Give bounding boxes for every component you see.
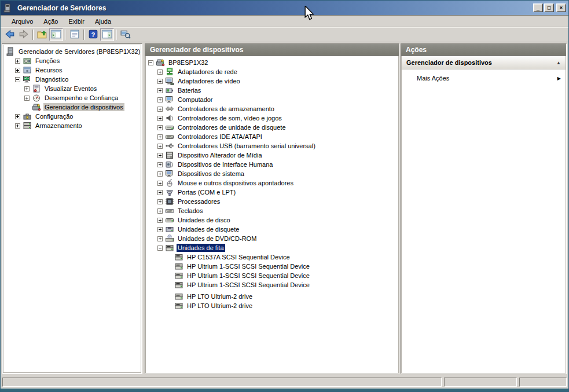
device-tree-label[interactable]: Controladores de som, vídeo e jogos (177, 114, 283, 122)
export-list-button[interactable] (68, 28, 82, 41)
expand-plus-toggle[interactable] (15, 114, 20, 119)
expand-plus-toggle[interactable] (157, 190, 163, 195)
device-tree-item[interactable]: HP Ultrium 1-SCSI SCSI Sequential Device (146, 271, 398, 280)
console-tree-item[interactable]: Diagnóstico (3, 75, 141, 84)
device-tree-label[interactable]: Unidades de disco (177, 216, 232, 224)
console-tree-label[interactable]: Desempenho e Confiança (43, 94, 119, 102)
expand-plus-toggle[interactable] (24, 86, 30, 91)
console-tree-label[interactable]: Visualizar Eventos (43, 85, 98, 93)
device-tree-label[interactable]: BP8ESP1X32 (167, 58, 210, 67)
device-tree-label[interactable]: Unidades de DVD/CD-ROM (177, 235, 258, 243)
device-tree-item[interactable]: Controladores de unidade de disquete (146, 123, 398, 132)
expand-plus-toggle[interactable] (157, 171, 163, 177)
device-tree-label[interactable]: Portas (COM e LPT) (177, 188, 237, 196)
show-action-pane-button[interactable] (100, 28, 114, 41)
console-tree-item[interactable]: Configuração (3, 112, 141, 121)
device-tree-label[interactable]: Controladores de unidade de disquete (177, 123, 287, 131)
expand-plus-toggle[interactable] (157, 107, 163, 112)
console-tree-item[interactable]: Recursos (3, 65, 141, 75)
collapse-minus-toggle[interactable] (15, 77, 20, 82)
device-tree-item[interactable]: Controladores IDE ATA/ATAPI (146, 132, 398, 141)
expand-plus-toggle[interactable] (157, 153, 163, 158)
expand-plus-toggle[interactable] (15, 58, 20, 64)
console-tree-label[interactable]: Recursos (34, 66, 63, 74)
expand-plus-toggle[interactable] (157, 227, 163, 232)
expand-plus-toggle[interactable] (157, 134, 163, 140)
device-tree-item[interactable]: Portas (COM e LPT) (146, 188, 398, 197)
expand-plus-toggle[interactable] (157, 69, 163, 75)
device-tree-item[interactable]: Dispositivos de Interface Humana (146, 160, 398, 169)
menu-exibir[interactable]: Exibir (63, 17, 90, 26)
console-tree-label[interactable]: Funções (34, 57, 61, 65)
scan-hardware-changes-button[interactable] (119, 28, 133, 41)
device-tree-item[interactable]: Dispositivo Alterador de Mídia (146, 151, 398, 160)
expand-plus-toggle[interactable] (157, 208, 163, 214)
up-one-level-button[interactable] (35, 28, 49, 41)
device-tree-item[interactable]: Adaptadores de rede (146, 67, 398, 76)
expand-plus-toggle[interactable] (24, 96, 30, 101)
minimize-button[interactable]: _ (533, 3, 543, 12)
device-tree-label[interactable]: HP LTO Ultrium-2 drive (186, 302, 254, 310)
device-tree-label[interactable]: HP LTO Ultrium-2 drive (186, 292, 254, 301)
device-tree-item[interactable]: Unidades de disquete (146, 225, 398, 234)
device-tree-item[interactable]: BP8ESP1X32 (146, 58, 398, 67)
console-tree-label[interactable]: Gerenciador de Servidores (BP8ESP1X32) (17, 47, 141, 56)
expand-plus-toggle[interactable] (157, 236, 163, 241)
device-tree-item[interactable]: HP LTO Ultrium-2 drive (146, 292, 398, 301)
console-tree-item[interactable]: Gerenciador de dispositivos (3, 102, 141, 112)
show-console-tree-button[interactable] (49, 28, 63, 41)
more-actions-item[interactable]: Mais Ações ▶ (402, 72, 566, 85)
device-tree-label[interactable]: Processadores (177, 197, 221, 206)
device-tree-item[interactable]: Controladores de armazenamento (146, 104, 398, 113)
device-tree-item[interactable]: HP Ultrium 1-SCSI SCSI Sequential Device (146, 280, 398, 290)
expand-plus-toggle[interactable] (157, 144, 163, 149)
expand-plus-toggle[interactable] (157, 199, 163, 204)
expand-plus-toggle[interactable] (157, 125, 163, 130)
maximize-button[interactable]: □ (544, 3, 554, 12)
help-button[interactable]: ? (86, 28, 100, 41)
device-tree-label[interactable]: Adaptadores de rede (177, 68, 238, 76)
device-tree-item[interactable]: Computador (146, 95, 398, 104)
device-tree-item[interactable]: HP Ultrium 1-SCSI SCSI Sequential Device (146, 262, 398, 271)
expand-plus-toggle[interactable] (157, 79, 163, 84)
expand-plus-toggle[interactable] (15, 68, 20, 73)
device-tree-item[interactable]: Processadores (146, 197, 398, 206)
expand-plus-toggle[interactable] (157, 97, 163, 102)
device-tree-item[interactable]: Baterias (146, 86, 398, 95)
device-tree-item[interactable]: Teclados (146, 206, 398, 215)
device-tree-item[interactable]: HP C1537A SCSI Sequential Device (146, 252, 398, 262)
collapse-minus-toggle[interactable] (157, 246, 163, 251)
expand-plus-toggle[interactable] (15, 123, 20, 129)
device-tree-label[interactable]: Dispositivo Alterador de Mídia (177, 151, 263, 159)
device-tree-label[interactable]: HP Ultrium 1-SCSI SCSI Sequential Device (186, 272, 311, 280)
device-tree-label[interactable]: Computador (177, 96, 214, 104)
device-tree-label[interactable]: Teclados (177, 207, 204, 215)
console-tree-item[interactable]: Visualizar Eventos (3, 84, 141, 93)
console-tree-label[interactable]: Gerenciador de dispositivos (43, 103, 124, 111)
device-tree-item[interactable]: Controladores USB (barramento serial uni… (146, 141, 398, 151)
expand-plus-toggle[interactable] (157, 218, 163, 223)
expand-plus-toggle[interactable] (157, 116, 163, 121)
device-tree-label[interactable]: HP C1537A SCSI Sequential Device (186, 253, 291, 261)
device-tree-item[interactable]: Adaptadores de vídeo (146, 76, 398, 86)
console-tree-item[interactable]: Gerenciador de Servidores (BP8ESP1X32) (3, 47, 141, 56)
titlebar[interactable]: Gerenciador de Servidores _□× (1, 1, 568, 16)
device-tree-label[interactable]: Unidades de disquete (177, 225, 240, 233)
device-tree-item[interactable]: Unidades de fita (146, 243, 398, 252)
expand-plus-toggle[interactable] (157, 181, 163, 186)
device-tree-label[interactable]: Controladores de armazenamento (177, 105, 276, 113)
close-button[interactable]: × (556, 3, 566, 12)
device-tree-item[interactable]: Unidades de DVD/CD-ROM (146, 234, 398, 243)
expand-plus-toggle[interactable] (157, 88, 163, 93)
device-tree-item[interactable]: Unidades de disco (146, 215, 398, 225)
console-tree-label[interactable]: Configuração (34, 112, 74, 120)
console-tree-label[interactable]: Diagnóstico (34, 75, 69, 83)
device-tree-label[interactable]: Unidades de fita (177, 244, 225, 252)
forward-button[interactable] (17, 28, 31, 41)
device-tree-item[interactable]: Mouse e outros dispositivos apontadores (146, 178, 398, 188)
device-tree-label[interactable]: Baterias (177, 86, 202, 94)
device-tree-item[interactable]: Dispositivos de sistema (146, 169, 398, 178)
expand-plus-toggle[interactable] (157, 162, 163, 167)
device-tree-label[interactable]: Controladores USB (barramento serial uni… (177, 142, 317, 150)
device-tree-label[interactable]: Dispositivos de Interface Humana (177, 160, 274, 168)
